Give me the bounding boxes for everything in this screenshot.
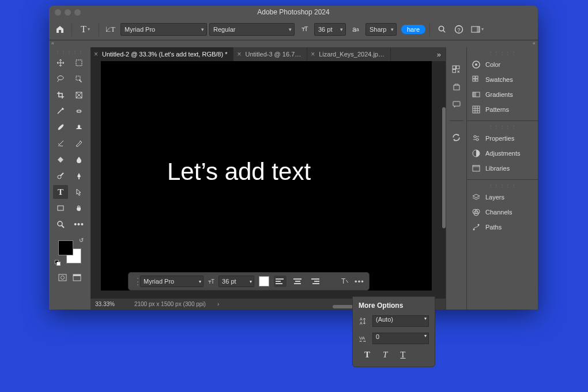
lasso-tool[interactable] (53, 72, 68, 86)
marquee-tool[interactable] (71, 56, 86, 70)
libraries-panel-icon[interactable] (452, 82, 461, 92)
zoom-window-button[interactable] (74, 9, 81, 16)
ctx-font-family-dropdown[interactable]: Myriad Pro (140, 276, 203, 287)
faux-italic-button[interactable]: T (383, 350, 387, 360)
workspace-switcher[interactable]: ▾ (469, 22, 486, 37)
tab-overflow-icon[interactable]: » (432, 50, 446, 59)
text-layer-content[interactable]: Let’s add text (167, 158, 311, 186)
collapse-left-icon[interactable]: « (51, 40, 54, 47)
font-size-icon: ᴛT (208, 278, 214, 285)
properties-panel-tab[interactable]: Properties (467, 131, 538, 146)
help-button[interactable]: ? (451, 22, 466, 37)
channels-panel-tab[interactable]: Channels (467, 205, 538, 220)
color-panel-tab[interactable]: Color (467, 57, 538, 72)
rectangle-tool[interactable] (53, 201, 68, 215)
canvas[interactable]: Let’s add text (101, 61, 432, 291)
eyedropper-tool[interactable] (53, 104, 68, 118)
swatches-panel-tab[interactable]: Swatches (467, 72, 538, 87)
color-swatches[interactable]: ↺ (57, 239, 82, 265)
zoom-level[interactable]: 33.33% (95, 301, 115, 307)
libraries-panel-tab[interactable]: Libraries (467, 161, 538, 176)
faux-bold-button[interactable]: T (364, 350, 370, 360)
align-right-button[interactable] (308, 276, 321, 287)
underline-button[interactable]: T (400, 350, 405, 360)
warp-text-button[interactable]: T (340, 277, 350, 286)
pen-tool[interactable] (71, 169, 86, 183)
document-tab[interactable]: Untitled-3 @ 16.7… (233, 47, 307, 61)
panel-grip[interactable]: ⋮⋮⋮⋮⋮ (467, 51, 538, 56)
svg-rect-31 (473, 76, 475, 78)
contextual-task-bar[interactable]: ⋮ Myriad Pro ᴛT 36 pt T ••• (128, 272, 370, 291)
font-size-dropdown[interactable]: 36 pt (314, 23, 346, 36)
vertical-scrollbar[interactable] (442, 107, 446, 228)
frame-tool[interactable] (71, 88, 86, 102)
anti-alias-dropdown[interactable]: Sharp (365, 23, 397, 36)
gradients-panel-tab[interactable]: Gradients (467, 87, 538, 102)
ctx-font-size-dropdown[interactable]: 36 pt (218, 276, 254, 287)
text-color-swatch[interactable] (259, 276, 269, 287)
gradient-tool[interactable] (53, 153, 68, 167)
canvas-viewport[interactable]: Let’s add text (91, 61, 446, 299)
align-center-button[interactable] (291, 276, 304, 287)
collapsed-panel-dock (446, 47, 466, 310)
svg-rect-5 (477, 27, 480, 32)
default-colors-icon[interactable] (55, 260, 61, 266)
zoom-tool[interactable] (53, 217, 68, 231)
document-dimensions[interactable]: 2100 px x 1500 px (300 ppi) (134, 301, 206, 307)
panel-grip[interactable]: ⋮⋮⋮⋮⋮ (467, 125, 538, 130)
eraser-tool[interactable] (71, 137, 86, 150)
font-style-dropdown[interactable]: Regular (209, 23, 295, 36)
quick-mask-button[interactable] (58, 274, 67, 281)
share-button[interactable]: hare (401, 25, 425, 34)
document-tab[interactable]: Untitled-2 @ 33.3% (Let's add text, RGB/… (91, 47, 233, 61)
dodge-tool[interactable] (53, 169, 68, 183)
blur-tool[interactable] (71, 153, 86, 167)
tracking-dropdown[interactable]: 0 (372, 333, 429, 344)
home-button[interactable] (52, 22, 67, 37)
more-options-button[interactable]: ••• (355, 277, 364, 286)
refresh-panel-icon[interactable] (451, 133, 461, 142)
collapse-right-icon[interactable]: « (533, 40, 536, 47)
window-title: Adobe Photoshop 2024 (49, 8, 538, 16)
history-panel-icon[interactable] (451, 65, 461, 74)
quick-select-tool[interactable] (71, 72, 86, 86)
history-brush-tool[interactable] (53, 137, 68, 150)
type-tool[interactable]: T (53, 185, 68, 199)
hand-tool[interactable] (71, 201, 86, 215)
swap-colors-icon[interactable]: ↺ (79, 237, 84, 243)
options-bar: T▾ ⟀T Myriad Pro Regular ᴛT 36 pt aa Sha… (49, 18, 538, 40)
move-tool[interactable] (53, 56, 68, 70)
font-family-dropdown[interactable]: Myriad Pro (120, 23, 207, 36)
align-left-button[interactable] (274, 276, 287, 287)
drag-handle-icon[interactable]: ⋮ (133, 276, 135, 287)
clone-stamp-tool[interactable] (71, 120, 86, 134)
text-orientation-toggle[interactable]: ⟀T (103, 22, 118, 37)
edit-toolbar-button[interactable]: ••• (71, 217, 86, 231)
crop-tool[interactable] (53, 88, 68, 102)
healing-brush-tool[interactable] (71, 104, 86, 118)
path-select-tool[interactable] (71, 185, 86, 199)
svg-line-16 (61, 173, 63, 176)
adjustments-panel-tab[interactable]: Adjustments (467, 146, 538, 161)
panel-grip[interactable]: ⋮⋮⋮⋮⋮ (467, 183, 538, 189)
svg-text:VA: VA (359, 336, 365, 341)
layers-panel-tab[interactable]: Layers (467, 190, 538, 205)
paths-panel-tab[interactable]: Paths (467, 220, 538, 235)
patterns-panel-tab[interactable]: Patterns (467, 102, 538, 117)
text-tool-indicator[interactable]: T▾ (76, 22, 95, 37)
search-button[interactable] (434, 22, 449, 37)
svg-rect-34 (476, 79, 478, 81)
svg-rect-20 (59, 274, 66, 281)
leading-dropdown[interactable]: (Auto) (372, 315, 429, 327)
toolbox-grip[interactable]: ⋮⋮⋮⋮⋮ (55, 50, 84, 55)
minimize-window-button[interactable] (65, 9, 71, 16)
status-chevron-icon[interactable]: › (217, 301, 219, 307)
screen-mode-button[interactable] (73, 274, 81, 281)
close-window-button[interactable] (55, 9, 61, 16)
brush-tool[interactable] (53, 120, 68, 134)
comments-panel-icon[interactable] (452, 100, 461, 109)
leading-icon: AA (359, 316, 369, 326)
document-tab[interactable]: Lizard_Keys_2024.jp… (307, 47, 391, 61)
foreground-color[interactable] (58, 240, 73, 255)
svg-text:T: T (341, 277, 346, 285)
